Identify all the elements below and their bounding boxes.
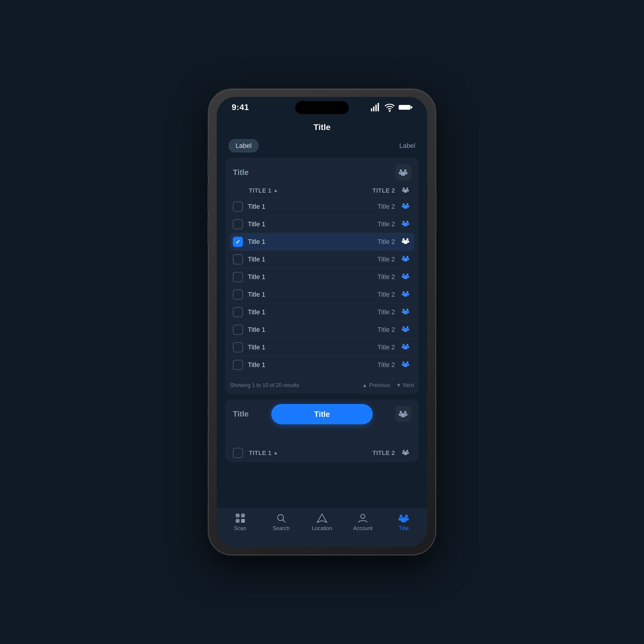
col2-header: TITLE 2: [372, 187, 395, 194]
next-button[interactable]: ▼ Next: [396, 382, 414, 388]
volume-down-button[interactable]: [207, 218, 209, 244]
cell-title1: Title 1: [248, 273, 373, 281]
account-icon: [357, 513, 368, 524]
svg-point-22: [408, 223, 409, 225]
svg-rect-71: [241, 521, 243, 522]
nav-header: Title: [217, 118, 427, 137]
row-paw-icon[interactable]: [400, 307, 411, 317]
svg-point-45: [402, 329, 403, 331]
row-paw-icon[interactable]: [400, 325, 411, 335]
row-paw-icon[interactable]: [400, 343, 411, 352]
svg-point-19: [403, 221, 405, 223]
svg-point-35: [403, 291, 405, 293]
table-rows-container: Title 1Title 2 Title 1Title 2 ✓Title 1Ti…: [230, 198, 414, 374]
row-checkbox[interactable]: ✓: [233, 237, 243, 247]
row-paw-icon[interactable]: [400, 202, 411, 211]
row-paw-icon[interactable]: [400, 272, 411, 282]
row-paw-icon[interactable]: [400, 360, 411, 370]
next-arrow-icon: ▼: [396, 382, 401, 388]
row-paw-icon[interactable]: [400, 219, 411, 229]
svg-point-48: [406, 344, 408, 346]
svg-point-62: [407, 452, 409, 454]
search-icon: [276, 513, 287, 524]
cell-title2: Title 2: [377, 273, 395, 281]
nav-label-search: Search: [273, 525, 290, 532]
svg-point-46: [408, 329, 409, 331]
card2-sort-icon: ▲: [273, 450, 278, 456]
cell-title1: Title 1: [248, 256, 373, 263]
svg-point-33: [402, 276, 403, 278]
svg-point-27: [403, 256, 405, 258]
power-button[interactable]: [435, 191, 437, 230]
row-checkbox[interactable]: [233, 272, 243, 282]
svg-point-49: [402, 346, 403, 348]
cell-title1: Title 1: [248, 220, 373, 228]
table-row[interactable]: Title 1Title 2: [230, 250, 414, 268]
card2-header-checkbox[interactable]: [233, 448, 243, 458]
table-row[interactable]: Title 1Title 2: [230, 321, 414, 338]
svg-point-37: [402, 293, 403, 295]
svg-point-15: [403, 203, 405, 205]
content-scroll[interactable]: Title: [217, 155, 427, 508]
svg-point-14: [407, 190, 409, 192]
nav-item-location[interactable]: Location: [301, 513, 342, 532]
page-title: Title: [313, 123, 330, 132]
volume-mute-button[interactable]: [207, 158, 209, 176]
card-2-paw-button[interactable]: [395, 406, 411, 422]
prev-button[interactable]: ▲ Previous: [362, 382, 390, 388]
svg-marker-75: [317, 514, 327, 522]
row-checkbox[interactable]: [233, 342, 243, 352]
table-row[interactable]: Title 1Title 2: [230, 338, 414, 356]
nav-label-account: Account: [353, 525, 373, 532]
row-checkbox[interactable]: [233, 360, 243, 370]
table-row[interactable]: Title 1Title 2: [230, 303, 414, 321]
svg-point-17: [402, 205, 403, 208]
row-paw-icon[interactable]: [400, 255, 411, 264]
table-header-row: TITLE 1 ▲ TITLE 2: [230, 183, 414, 198]
cell-title2: Title 2: [377, 326, 395, 334]
svg-point-44: [406, 326, 408, 329]
nav-label-title: Title: [399, 525, 409, 532]
action-button[interactable]: Title: [271, 404, 373, 424]
pagination-controls[interactable]: ▲ Previous ▼ Next: [362, 382, 414, 388]
svg-point-56: [404, 411, 407, 414]
row-checkbox[interactable]: [233, 290, 243, 300]
row-checkbox[interactable]: [233, 202, 243, 212]
svg-point-32: [406, 273, 408, 276]
row-checkbox[interactable]: [233, 325, 243, 335]
table-row[interactable]: Title 1Title 2: [230, 268, 414, 286]
battery-icon: [399, 104, 412, 111]
svg-point-31: [403, 273, 405, 276]
row-checkbox[interactable]: [233, 254, 243, 264]
left-label-button[interactable]: Label: [229, 139, 258, 152]
row-paw-icon[interactable]: [400, 237, 411, 247]
table-row[interactable]: Title 1Title 2: [230, 215, 414, 233]
pagination-text: Showing 1 to 10 of 20 results: [230, 382, 299, 388]
svg-point-12: [406, 188, 408, 190]
row-paw-icon[interactable]: [400, 290, 411, 299]
table-row[interactable]: ✓Title 1Title 2: [230, 233, 414, 250]
svg-rect-68: [237, 520, 238, 521]
nav-item-search[interactable]: Search: [261, 513, 301, 532]
table-row[interactable]: Title 1Title 2: [230, 286, 414, 303]
svg-point-47: [403, 344, 405, 346]
row-checkbox[interactable]: [233, 307, 243, 317]
card-1-title: Title: [233, 168, 249, 177]
row-checkbox[interactable]: [233, 219, 243, 229]
nav-item-title[interactable]: Title: [383, 513, 424, 532]
action-button-container[interactable]: Title: [271, 404, 373, 424]
card-1-header: Title: [225, 158, 419, 183]
card-1-paw-button[interactable]: [395, 164, 411, 180]
table-row[interactable]: Title 1Title 2: [230, 198, 414, 215]
table-1: TITLE 1 ▲ TITLE 2: [225, 183, 419, 377]
nav-item-account[interactable]: Account: [343, 513, 383, 532]
card2-col1-header: TITLE 1 ▲: [249, 450, 368, 456]
cell-title2: Title 2: [377, 308, 395, 316]
nav-label-location: Location: [312, 525, 332, 532]
svg-line-74: [283, 520, 285, 522]
cell-title1: Title 1: [248, 343, 373, 351]
nav-item-scan[interactable]: Scan: [220, 513, 261, 532]
table-row[interactable]: Title 1Title 2: [230, 356, 414, 374]
volume-up-button[interactable]: [207, 185, 209, 212]
svg-point-24: [406, 238, 408, 241]
